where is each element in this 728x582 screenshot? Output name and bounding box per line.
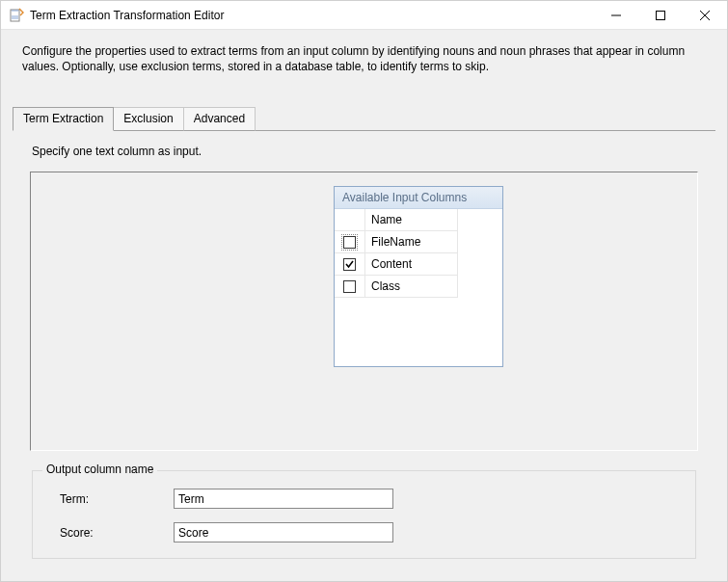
column-checkbox-cell[interactable] [335,231,365,253]
columns-panel-title: Available Input Columns [335,187,502,209]
editor-window: Term Extraction Transformation Editor Co… [0,0,728,582]
term-row: Term: [48,489,680,509]
svg-rect-0 [11,10,19,21]
columns-area: Available Input Columns Name FileName [30,172,698,451]
window-title: Term Extraction Transformation Editor [30,9,224,22]
score-label: Score: [48,526,174,540]
tab-label: Exclusion [123,112,173,125]
checkbox-unchecked-icon [343,280,356,293]
column-row[interactable]: FileName [335,231,502,253]
column-checkbox-cell[interactable] [335,253,365,276]
column-row[interactable]: Content [335,253,502,276]
tab-exclusion[interactable]: Exclusion [113,107,183,131]
available-input-columns-panel: Available Input Columns Name FileName [334,186,503,367]
columns-grid-body: FileName Content [335,231,502,366]
output-group-legend: Output column name [42,463,157,476]
app-icon [9,8,24,23]
column-row[interactable]: Class [335,276,502,298]
column-checkbox-cell[interactable] [335,276,365,298]
column-name-cell: Class [365,276,458,298]
output-column-name-group: Output column name Term: Score: [32,470,696,559]
column-name-cell: Content [365,253,458,276]
columns-grid-header: Name [335,209,502,231]
checkbox-checked-icon [343,258,356,271]
term-label: Term: [48,492,174,506]
close-button[interactable] [683,1,727,30]
column-name-cell: FileName [365,231,458,253]
svg-rect-1 [657,11,665,19]
columns-grid: Name FileName [335,209,502,366]
score-row: Score: [48,522,680,542]
maximize-button[interactable] [638,1,683,30]
panel-instruction: Specify one text column as input. [32,145,698,158]
tabstrip: Term Extraction Exclusion Advanced [1,84,727,130]
checkbox-unchecked-icon [343,236,356,249]
tab-label: Advanced [194,112,245,125]
minimize-button[interactable] [594,1,638,30]
titlebar: Term Extraction Transformation Editor [1,1,727,30]
tab-advanced[interactable]: Advanced [183,107,256,131]
tab-panel-term-extraction: Specify one text column as input. Availa… [13,130,715,581]
term-input[interactable] [174,489,393,509]
score-input[interactable] [174,522,393,542]
header-check [335,209,365,231]
description-text: Configure the properties used to extract… [1,30,727,84]
tab-label: Term Extraction [23,112,103,125]
header-name: Name [365,209,458,231]
tab-term-extraction[interactable]: Term Extraction [13,107,114,131]
